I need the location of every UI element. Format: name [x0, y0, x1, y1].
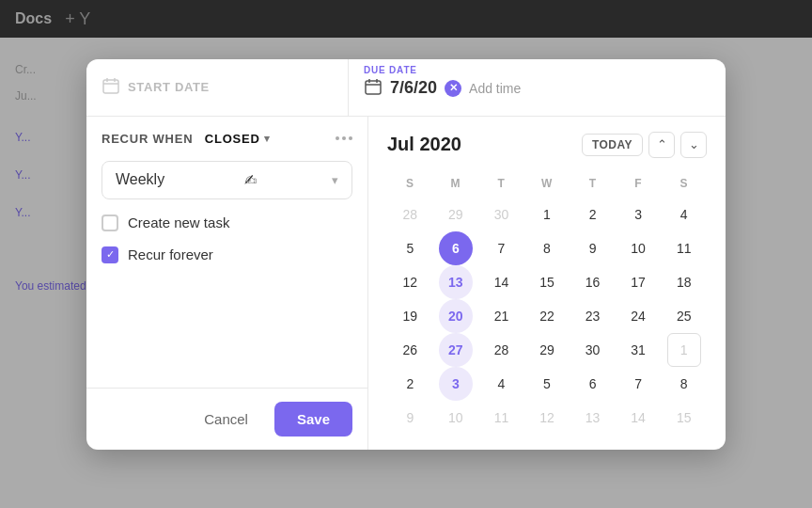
recur-header: RECUR WHEN CLOSED ▾ — [102, 132, 352, 146]
calendar-day[interactable]: 20 — [439, 299, 473, 333]
calendar-day[interactable]: 22 — [530, 299, 564, 333]
recur-forever-checkbox[interactable]: ✓ — [102, 246, 118, 263]
modal-body: RECUR WHEN CLOSED ▾ Weekly ✍︎ ▾ — [86, 117, 726, 450]
more-options-button[interactable] — [336, 136, 352, 140]
due-date-section: DUE DATE 7/6/20 ✕ Add time — [349, 59, 726, 116]
calendar-day: 10 — [439, 401, 473, 435]
calendar-day[interactable]: 7 — [621, 367, 655, 401]
calendar-day[interactable]: 16 — [576, 265, 610, 299]
cal-day-header: F — [616, 173, 662, 198]
prev-month-button[interactable]: ⌃ — [648, 132, 675, 158]
due-date-value: 7/6/20 — [390, 78, 437, 98]
start-date-section[interactable]: START DATE — [86, 59, 349, 116]
modal-header: START DATE DUE DATE 7/6/20 ✕ — [86, 59, 726, 117]
calendar-day[interactable]: 8 — [667, 367, 701, 401]
calendar-day[interactable]: 10 — [621, 231, 655, 265]
add-time-link[interactable]: Add time — [469, 81, 521, 96]
recur-title-part1: RECUR WHEN — [102, 132, 193, 146]
today-button[interactable]: TODAY — [582, 134, 643, 156]
calendar-day: 12 — [530, 401, 564, 435]
calendar-day[interactable]: 24 — [621, 299, 655, 333]
calendar-day[interactable]: 29 — [530, 333, 564, 367]
recur-forever-label: Recur forever — [128, 246, 213, 262]
frequency-value: Weekly — [116, 171, 164, 188]
calendar-day: 29 — [439, 198, 473, 231]
recur-forever-row[interactable]: ✓ Recur forever — [102, 246, 352, 263]
start-calendar-icon — [102, 76, 120, 99]
cal-day-header: T — [478, 173, 524, 198]
next-month-button[interactable]: ⌄ — [680, 132, 707, 158]
cal-day-header: S — [661, 173, 707, 198]
calendar-day: 15 — [667, 401, 701, 435]
calendar-day[interactable]: 5 — [393, 231, 427, 265]
calendar-day[interactable]: 7 — [484, 231, 518, 265]
date-modal: START DATE DUE DATE 7/6/20 ✕ — [86, 59, 726, 450]
calendar-day[interactable]: 21 — [484, 299, 518, 333]
calendar-day[interactable]: 28 — [484, 333, 518, 367]
calendar-day[interactable]: 27 — [439, 333, 473, 367]
calendar-day[interactable]: 3 — [621, 198, 655, 231]
calendar-day[interactable]: 6 — [439, 231, 473, 265]
cal-day-header: S — [387, 173, 433, 198]
calendar-day[interactable]: 31 — [621, 333, 655, 367]
calendar-day[interactable]: 11 — [667, 231, 701, 265]
calendar-day[interactable]: 25 — [667, 299, 701, 333]
frequency-chevron-icon: ▾ — [332, 173, 338, 187]
calendar-day: 28 — [393, 198, 427, 231]
calendar-day[interactable]: 2 — [393, 367, 427, 401]
calendar-day[interactable]: 2 — [576, 198, 610, 231]
recur-title: RECUR WHEN CLOSED ▾ — [102, 132, 270, 146]
calendar-day[interactable]: 17 — [621, 265, 655, 299]
calendar-day[interactable]: 1 — [667, 333, 701, 367]
calendar-day[interactable]: 9 — [576, 231, 610, 265]
calendar-day[interactable]: 8 — [530, 231, 564, 265]
calendar-day[interactable]: 23 — [576, 299, 610, 333]
calendar-day: 9 — [393, 401, 427, 435]
calendar-panel: Jul 2020 TODAY ⌃ ⌄ SMTWTFS28293012345678… — [368, 117, 726, 450]
calendar-day[interactable]: 1 — [530, 198, 564, 231]
calendar-nav: TODAY ⌃ ⌄ — [582, 132, 707, 158]
start-date-label: START DATE — [128, 80, 210, 94]
calendar-day[interactable]: 6 — [576, 367, 610, 401]
cursor-hand-icon: ✍︎ — [244, 171, 257, 189]
calendar-day[interactable]: 14 — [484, 265, 518, 299]
calendar-day: 14 — [621, 401, 655, 435]
calendar-day[interactable]: 3 — [439, 367, 473, 401]
calendar-day[interactable]: 26 — [393, 333, 427, 367]
cal-day-header: T — [570, 173, 616, 198]
save-button[interactable]: Save — [274, 402, 352, 437]
calendar-day[interactable]: 4 — [667, 198, 701, 231]
dot3 — [349, 136, 352, 140]
calendar-day[interactable]: 4 — [484, 367, 518, 401]
cal-day-header: M — [433, 173, 479, 198]
recur-chevron-icon[interactable]: ▾ — [264, 133, 271, 145]
recur-title-part2: CLOSED — [205, 132, 260, 146]
cal-day-header: W — [524, 173, 570, 198]
calendar-grid: SMTWTFS282930123456789101112131415161718… — [387, 173, 707, 435]
calendar-day[interactable]: 5 — [530, 367, 564, 401]
due-date-row: 7/6/20 ✕ Add time — [364, 77, 521, 100]
calendar-day[interactable]: 19 — [393, 299, 427, 333]
dot2 — [342, 136, 346, 140]
clear-due-date-button[interactable]: ✕ — [445, 80, 461, 97]
cancel-button[interactable]: Cancel — [189, 404, 263, 435]
calendar-day[interactable]: 18 — [667, 265, 701, 299]
modal-overlay: START DATE DUE DATE 7/6/20 ✕ — [0, 0, 812, 508]
create-new-task-checkbox[interactable] — [102, 214, 118, 231]
calendar-day: 11 — [484, 401, 518, 435]
frequency-dropdown[interactable]: Weekly ✍︎ ▾ — [102, 161, 352, 199]
svg-rect-4 — [366, 81, 381, 94]
create-new-task-label: Create new task — [128, 214, 229, 230]
calendar-header: Jul 2020 TODAY ⌃ ⌄ — [387, 132, 707, 158]
calendar-day[interactable]: 13 — [439, 265, 473, 299]
left-panel: RECUR WHEN CLOSED ▾ Weekly ✍︎ ▾ — [86, 117, 368, 450]
calendar-day[interactable]: 15 — [530, 265, 564, 299]
calendar-day: 30 — [484, 198, 518, 231]
due-date-calendar-icon — [364, 77, 383, 100]
calendar-day[interactable]: 12 — [393, 265, 427, 299]
calendar-month-year: Jul 2020 — [387, 134, 461, 155]
dot1 — [336, 136, 339, 140]
create-new-task-row[interactable]: Create new task — [102, 214, 352, 231]
calendar-day: 13 — [576, 401, 610, 435]
calendar-day[interactable]: 30 — [576, 333, 610, 367]
